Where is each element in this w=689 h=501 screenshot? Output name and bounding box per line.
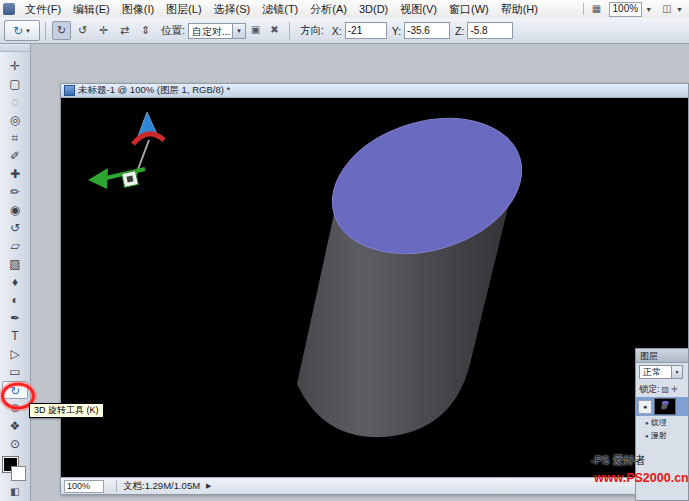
path-selection-tool[interactable]: ▷ — [2, 345, 28, 363]
menu-item-layer[interactable]: 图层(L) — [160, 1, 207, 18]
save-view-icon[interactable]: ▣ — [247, 22, 264, 39]
menu-item-edit[interactable]: 编辑(E) — [67, 1, 116, 18]
pen-tool[interactable]: ✒ — [2, 309, 28, 327]
options-bar: ↻ ▼ ↻ ↺ ✛ ⇄ ⇕ 位置: 自定对... ▼ ▣ ✖ 方向: X: Y:… — [0, 18, 689, 44]
menu-item-select[interactable]: 选择(S) — [208, 1, 257, 18]
orientation-label: 方向: — [300, 24, 324, 38]
active-tool-icon: ↻ — [13, 24, 23, 38]
clone-stamp-tool[interactable]: ◉ — [2, 201, 28, 219]
brush-tool[interactable]: ✏ — [2, 183, 28, 201]
tool-preset-picker[interactable]: ↻ ▼ — [4, 20, 40, 41]
menu-item-file[interactable]: 文件(F) — [19, 1, 67, 18]
document-title: 未标题-1 @ 100% (图层 1, RGB/8) * — [78, 84, 230, 97]
3d-scale-mode-button[interactable]: ⇕ — [136, 21, 155, 40]
lock-transparency-icon[interactable]: ▨ — [662, 385, 670, 394]
eyedropper-tool[interactable]: ✐ — [2, 147, 28, 165]
orientation-z-input[interactable] — [467, 22, 513, 39]
layers-panel-tab[interactable]: 图层 — [636, 349, 688, 363]
tool-palette: ✛ ▢ ◌ ◎ ⌗ ✐ ✚ ✏ ◉ ↺ ▱ ▨ ♦ ◐ ✒ T ▷ ▭ ↻ ⊚ … — [0, 44, 31, 501]
move-tool[interactable]: ✛ — [2, 57, 28, 75]
menu-item-analysis[interactable]: 分析(A) — [304, 1, 353, 18]
blend-mode-select[interactable]: 正常 ▼ — [639, 365, 683, 379]
hand-tool[interactable]: ❖ — [2, 417, 28, 435]
subrow-label: 纹理 — [651, 417, 667, 428]
position-select[interactable]: 自定对... ▼ — [188, 23, 246, 39]
x-label: X: — [332, 25, 342, 37]
orientation-y-input[interactable] — [404, 22, 450, 39]
watermark-url: www.PS2000.cn — [594, 471, 689, 485]
blur-tool[interactable]: ♦ — [2, 273, 28, 291]
arrange-documents-icon[interactable]: ▦ — [588, 2, 606, 16]
3d-rotate-mode-button[interactable]: ↻ — [52, 21, 71, 40]
blend-mode-value: 正常 — [643, 367, 661, 377]
menu-item-help[interactable]: 帮助(H) — [495, 1, 544, 18]
menu-item-window[interactable]: 窗口(W) — [443, 1, 495, 18]
lock-label: 锁定: — [639, 383, 660, 396]
menu-item-image[interactable]: 图像(I) — [116, 1, 160, 18]
crop-tool[interactable]: ⌗ — [2, 129, 28, 147]
axis-x-arrowhead — [88, 168, 108, 189]
document-size-info: 文档:1.29M/1.05M — [123, 480, 200, 493]
tool-tooltip: 3D 旋转工具 (K) — [29, 403, 104, 418]
chevron-down-icon: ▼ — [25, 28, 31, 34]
layer-subrow-diffuse[interactable]: ● 漫射 — [636, 429, 688, 442]
palette-grip[interactable] — [0, 44, 30, 52]
document-icon — [64, 85, 75, 96]
marquee-tool[interactable]: ▢ — [2, 75, 28, 93]
type-tool[interactable]: T — [2, 327, 28, 345]
eraser-tool[interactable]: ▱ — [2, 237, 28, 255]
shape-tool[interactable]: ▭ — [2, 363, 28, 381]
position-label: 位置: — [161, 24, 185, 38]
menu-item-filter[interactable]: 滤镜(T) — [256, 1, 304, 18]
visibility-eye-icon[interactable]: ● — [645, 433, 649, 439]
app-icon — [3, 3, 15, 15]
3d-axis-widget[interactable] — [88, 112, 164, 189]
layer-thumbnail[interactable] — [654, 398, 676, 415]
position-select-value: 自定对... — [192, 26, 230, 37]
menubar-separator — [583, 3, 584, 15]
chevron-down-icon: ▼ — [232, 24, 245, 38]
3d-slide-mode-button[interactable]: ⇄ — [115, 21, 134, 40]
y-label: Y: — [392, 25, 401, 37]
app-zoom-level[interactable]: 100% — [609, 2, 643, 17]
screen-mode-icon[interactable]: ◫ — [658, 2, 676, 16]
3d-roll-mode-button[interactable]: ↺ — [73, 21, 92, 40]
zoom-tool[interactable]: ⊙ — [2, 435, 28, 453]
lock-position-icon[interactable]: ✛ — [671, 385, 678, 394]
visibility-eye-icon[interactable]: ● — [645, 420, 649, 426]
delete-view-icon[interactable]: ✖ — [266, 22, 283, 39]
quick-mask-button[interactable]: ◧ — [2, 483, 28, 501]
chevron-down-icon: ▼ — [671, 366, 682, 378]
3d-rotate-tool[interactable]: ↻ — [2, 381, 28, 399]
canvas[interactable] — [61, 98, 688, 478]
zoom-dropdown-icon[interactable]: ▼ — [645, 6, 652, 13]
canvas-art — [61, 98, 688, 478]
color-swatches — [2, 457, 28, 483]
dodge-tool[interactable]: ◐ — [2, 291, 28, 309]
history-brush-tool[interactable]: ↺ — [2, 219, 28, 237]
lasso-tool[interactable]: ◌ — [2, 93, 28, 111]
layer-visibility-eye-icon[interactable]: ● — [638, 400, 652, 414]
statusbar-zoom-field[interactable]: 100% — [64, 480, 104, 493]
menu-item-view[interactable]: 视图(V) — [394, 1, 443, 18]
document-window: 未标题-1 @ 100% (图层 1, RGB/8) * — [60, 83, 689, 495]
quick-selection-tool[interactable]: ◎ — [2, 111, 28, 129]
3d-pan-mode-button[interactable]: ✛ — [94, 21, 113, 40]
photoshop-window: 文件(F) 编辑(E) 图像(I) 图层(L) 选择(S) 滤镜(T) 分析(A… — [0, 0, 689, 501]
3d-orbit-tool[interactable]: ⊚ — [2, 399, 28, 417]
z-label: Z: — [455, 25, 464, 37]
gradient-tool[interactable]: ▨ — [2, 255, 28, 273]
orientation-x-input[interactable] — [345, 22, 387, 39]
subrow-label: 漫射 — [651, 430, 667, 441]
status-menu-icon[interactable]: ▶ — [206, 482, 211, 490]
menu-item-3d[interactable]: 3D(D) — [353, 1, 394, 18]
screen-mode-dropdown-icon[interactable]: ▼ — [676, 6, 683, 13]
healing-brush-tool[interactable]: ✚ — [2, 165, 28, 183]
background-color-swatch[interactable] — [11, 466, 26, 481]
menu-bar: 文件(F) 编辑(E) 图像(I) 图层(L) 选择(S) 滤镜(T) 分析(A… — [0, 0, 689, 19]
layer-subrow-textures[interactable]: ● 纹理 — [636, 416, 688, 429]
watermark-text: -PS 爱好者 — [591, 453, 645, 468]
document-titlebar[interactable]: 未标题-1 @ 100% (图层 1, RGB/8) * — [61, 84, 688, 98]
layer-row-selected[interactable]: ● — [636, 397, 688, 416]
